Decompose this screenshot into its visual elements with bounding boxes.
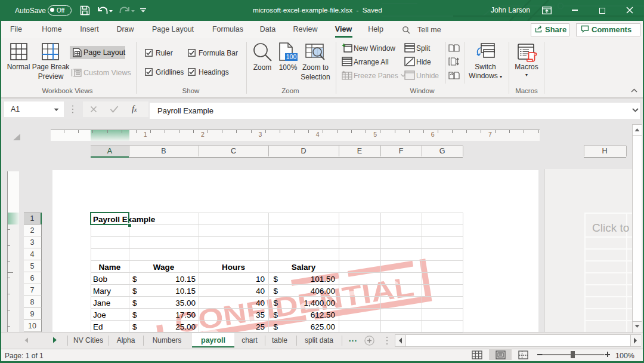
svg-text:100: 100 — [286, 53, 297, 60]
